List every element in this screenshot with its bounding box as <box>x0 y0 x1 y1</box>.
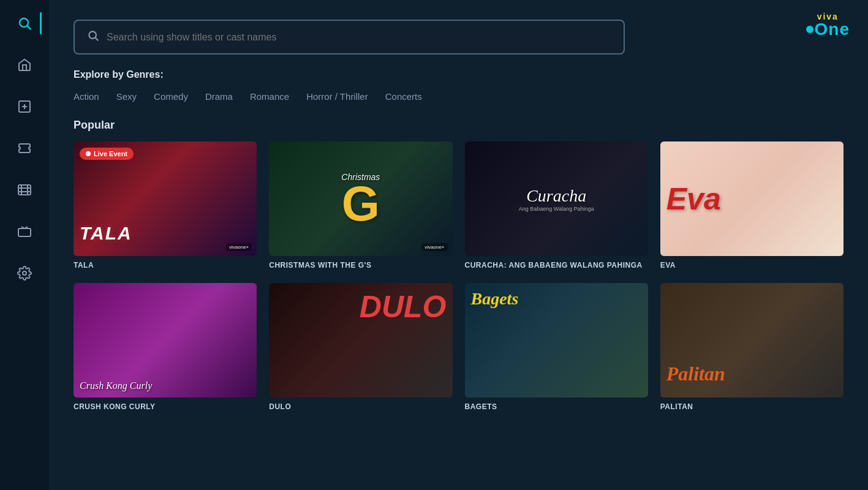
movie-title-crush: CRUSH KONG CURLY <box>74 402 257 412</box>
logo-one-text: One <box>806 21 850 38</box>
movie-thumbnail-tala: Live Event TALA vivaone+ <box>74 141 257 256</box>
sidebar-item-film[interactable] <box>13 179 36 201</box>
popular-section: Popular Live Event TALA vivaone+ <box>74 119 843 412</box>
svg-point-7 <box>23 271 26 275</box>
sidebar-item-tv[interactable] <box>13 221 36 243</box>
svg-line-9 <box>96 38 99 41</box>
movie-thumbnail-curacha: Curacha Ang Babaeng Walang Pahinga <box>465 141 648 256</box>
genre-horror[interactable]: Horror / Thriller <box>306 89 368 104</box>
genres-section: Explore by Genres: Action Sexy Comedy Dr… <box>74 69 843 104</box>
live-event-badge: Live Event <box>80 148 134 160</box>
main-content: viva One Explore by Genres: Action Sexy … <box>49 0 868 490</box>
movie-card-palitan[interactable]: Palitan PALITAN <box>660 283 843 412</box>
movie-thumbnail-bagets: Bagets <box>465 283 648 398</box>
sidebar-item-add[interactable] <box>13 96 36 118</box>
search-bar[interactable] <box>74 20 625 55</box>
genre-sexy[interactable]: Sexy <box>116 89 137 104</box>
sidebar-item-search[interactable] <box>13 12 36 34</box>
movie-title-tala: TALA <box>74 261 257 271</box>
movie-thumbnail-crush: Crush Kong Curly <box>74 283 257 398</box>
movie-title-eva: EVA <box>660 261 843 271</box>
movie-title-dulo: DULO <box>269 402 452 412</box>
movie-title-curacha: CURACHA: ANG BABAENG WALANG PAHINGA <box>465 261 648 271</box>
movie-card-crush[interactable]: Crush Kong Curly CRUSH KONG CURLY <box>74 283 257 412</box>
svg-rect-6 <box>18 228 31 236</box>
movie-title-bagets: BAGETS <box>465 402 648 412</box>
movie-thumbnail-eva: Eva <box>660 141 843 256</box>
svg-rect-5 <box>18 185 31 195</box>
movie-title-christmas: CHRISTMAS WITH THE G'S <box>269 261 452 271</box>
sidebar <box>0 0 49 490</box>
sidebar-item-settings[interactable] <box>13 262 36 284</box>
genres-title: Explore by Genres: <box>74 69 843 80</box>
movie-card-eva[interactable]: Eva EVA <box>660 141 843 271</box>
movies-grid: Live Event TALA vivaone+ TALA Christmas <box>74 141 843 412</box>
genre-action[interactable]: Action <box>74 89 99 104</box>
movie-card-bagets[interactable]: Bagets BAGETS <box>465 283 648 412</box>
svg-point-0 <box>20 18 28 27</box>
sidebar-item-home[interactable] <box>13 54 36 76</box>
svg-line-1 <box>28 26 31 30</box>
movie-thumbnail-dulo: DULO <box>269 283 452 398</box>
movie-title-palitan: PALITAN <box>660 402 843 412</box>
genre-concerts[interactable]: Concerts <box>385 89 422 104</box>
genres-list: Action Sexy Comedy Drama Romance Horror … <box>74 89 843 104</box>
genre-comedy[interactable]: Comedy <box>154 89 188 104</box>
movie-thumbnail-christmas: Christmas G vivaone+ <box>269 141 452 256</box>
movie-card-dulo[interactable]: DULO DULO <box>269 283 452 412</box>
svg-point-8 <box>89 31 96 39</box>
search-input[interactable] <box>107 32 611 43</box>
movie-thumbnail-palitan: Palitan <box>660 283 843 398</box>
viva-one-logo: viva One <box>806 12 850 38</box>
movie-card-curacha[interactable]: Curacha Ang Babaeng Walang Pahinga CURAC… <box>465 141 648 271</box>
movie-card-tala[interactable]: Live Event TALA vivaone+ TALA <box>74 141 257 271</box>
genre-drama[interactable]: Drama <box>205 89 233 104</box>
search-icon <box>87 29 99 45</box>
sidebar-item-ticket[interactable] <box>13 137 36 159</box>
movie-card-christmas[interactable]: Christmas G vivaone+ CHRISTMAS WITH THE … <box>269 141 452 271</box>
genre-romance[interactable]: Romance <box>250 89 289 104</box>
popular-title: Popular <box>74 119 843 132</box>
